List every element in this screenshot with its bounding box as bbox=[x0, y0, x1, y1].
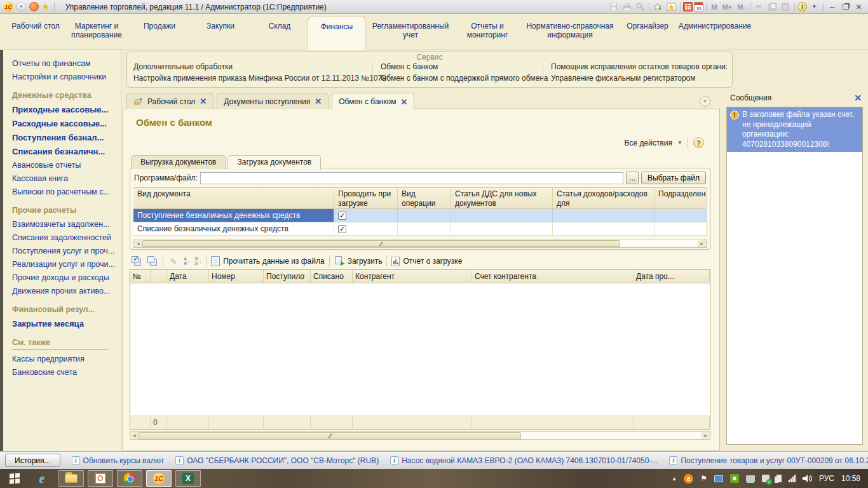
check-all-button[interactable]: ✓ bbox=[131, 255, 142, 267]
post-on-load-checkbox[interactable]: ✓ bbox=[338, 212, 346, 220]
settings-col-post-on-load[interactable]: Проводить при загрузке bbox=[334, 188, 398, 209]
minimize-button[interactable]: – bbox=[826, 1, 838, 12]
sidebar-item-month-closing[interactable]: Закрытие месяца bbox=[12, 319, 121, 329]
tray-network-icon[interactable] bbox=[789, 475, 796, 482]
sidebar-item-cash-desks[interactable]: Кассы предприятия bbox=[12, 355, 121, 363]
message-item[interactable]: ! В заголовке файла указан счет, не прин… bbox=[727, 107, 862, 152]
tray-app-icon[interactable]: a bbox=[684, 474, 693, 484]
sidebar-item-bank-statements[interactable]: Выписки по расчетным с... bbox=[12, 187, 121, 196]
sidebar-item-finance-reports[interactable]: Отчеты по финансам bbox=[12, 59, 121, 68]
status-item-product[interactable]: iНасос водяной КАМАЗ ЕВРО-2 (ОАО КАМАЗ) … bbox=[390, 456, 658, 465]
close-button[interactable]: ✕ bbox=[853, 1, 865, 12]
tab-receipt-documents[interactable]: Документы поступления ✕ bbox=[217, 93, 329, 109]
tab-close-icon[interactable]: ✕ bbox=[315, 97, 322, 105]
sidebar-item-services-receipts[interactable]: Поступления услуг и проч... bbox=[12, 247, 121, 255]
menu-tab-finance[interactable]: Финансы bbox=[308, 16, 366, 50]
tray-expand-icon[interactable]: ▲ bbox=[672, 476, 677, 482]
sidebar-item-offsets[interactable]: Взаимозачеты задолжен... bbox=[12, 220, 121, 229]
sidebar-item-noncash-in[interactable]: Поступления безнал... bbox=[12, 133, 121, 142]
docs-table-scrollbar[interactable]: ◄ ▞ ► bbox=[130, 431, 710, 440]
sidebar-item-noncash-out[interactable]: Списания безналичн... bbox=[12, 147, 121, 156]
all-actions-button[interactable]: Все действия bbox=[625, 139, 672, 147]
quick-access-button[interactable] bbox=[29, 2, 39, 11]
sidebar-item-bank-accounts[interactable]: Банковские счета bbox=[12, 368, 121, 377]
print-icon[interactable] bbox=[621, 1, 633, 12]
memory-plus-button[interactable]: M+ bbox=[721, 1, 735, 12]
calendar-icon[interactable]: 31 bbox=[694, 2, 703, 11]
status-item-receipt-doc[interactable]: iПоступление товаров и услуг 00УТ-000209… bbox=[669, 456, 868, 465]
scrollbar-thumb[interactable]: ▞ bbox=[139, 432, 521, 440]
scrollbar-thumb[interactable]: ▞ bbox=[142, 240, 620, 247]
chevron-down-icon[interactable]: ▼ bbox=[808, 1, 820, 12]
docs-col-status[interactable] bbox=[151, 270, 167, 283]
service-link-fiscal-register[interactable]: Управление фискальным регистратором bbox=[551, 74, 719, 83]
excel-icon[interactable]: X bbox=[175, 470, 201, 487]
memory-m-button[interactable]: M bbox=[709, 1, 719, 12]
outlook-icon[interactable]: O bbox=[88, 470, 113, 487]
preview-icon[interactable] bbox=[634, 1, 646, 12]
messages-close-icon[interactable]: ✕ bbox=[854, 93, 862, 102]
sidebar-item-cash-out[interactable]: Расходные кассовые... bbox=[12, 119, 121, 128]
menu-tab-desktop[interactable]: Рабочий стол bbox=[8, 14, 64, 50]
scroll-right-icon[interactable]: ► bbox=[702, 432, 710, 439]
menu-tab-organizer[interactable]: Органайзер bbox=[620, 14, 675, 50]
tab-list-button[interactable]: ▼ bbox=[700, 96, 710, 107]
save-icon[interactable] bbox=[607, 1, 620, 12]
service-link-additional-processing[interactable]: Дополнительные обработки bbox=[133, 62, 365, 71]
cut-icon[interactable]: ✂ bbox=[753, 1, 765, 12]
docs-col-written-off[interactable]: Списано bbox=[311, 270, 353, 283]
main-menu-button[interactable]: ▼ bbox=[17, 2, 26, 11]
clock[interactable]: 10:58 bbox=[841, 474, 860, 483]
start-button[interactable] bbox=[4, 469, 25, 488]
tray-power-icon[interactable] bbox=[776, 475, 782, 482]
favorites-add-icon[interactable] bbox=[665, 1, 677, 12]
subtab-load-documents[interactable]: Загрузка документов bbox=[227, 155, 321, 170]
maximize-button[interactable] bbox=[839, 1, 851, 12]
docs-col-counterparty[interactable]: Контрагент bbox=[353, 270, 472, 283]
choose-file-button[interactable]: Выбрать файл bbox=[641, 172, 706, 184]
scroll-left-icon[interactable]: ◄ bbox=[134, 240, 142, 247]
favorites-star-icon[interactable]: ★ bbox=[42, 3, 50, 11]
chevron-down-icon[interactable]: ▼ bbox=[677, 140, 682, 146]
menu-tab-administration[interactable]: Администрирование bbox=[675, 14, 755, 50]
docs-col-posting-date[interactable]: Дата про... bbox=[634, 270, 710, 283]
status-item-currency[interactable]: iОбновить курсы валют bbox=[72, 456, 165, 465]
subtab-upload-documents[interactable]: Выгрузка документов bbox=[131, 155, 226, 169]
service-link-minfin-order[interactable]: Настройка применения приказа Минфина Рос… bbox=[133, 74, 365, 83]
sidebar-item-cash-book[interactable]: Кассовая книга bbox=[12, 174, 121, 183]
help-button[interactable]: ? bbox=[693, 137, 704, 148]
paste-icon[interactable] bbox=[780, 1, 792, 12]
tab-close-icon[interactable]: ✕ bbox=[401, 98, 408, 106]
file-input[interactable] bbox=[200, 172, 623, 184]
docs-col-number[interactable]: № bbox=[130, 270, 151, 283]
post-on-load-checkbox[interactable]: ✓ bbox=[338, 225, 346, 233]
sidebar-item-debt-writeoffs[interactable]: Списания задолженностей bbox=[12, 233, 121, 242]
tray-nvidia-icon[interactable] bbox=[730, 474, 739, 483]
menu-tab-sales[interactable]: Продажи bbox=[130, 14, 189, 50]
menu-tab-purchases[interactable]: Закупки bbox=[189, 14, 252, 50]
language-indicator[interactable]: РУС bbox=[819, 474, 834, 483]
service-link-stock-correction[interactable]: Помощник исправления остатков товаров ор… bbox=[551, 62, 719, 71]
docs-col-doc-number[interactable]: Номер bbox=[209, 270, 264, 283]
messages-list[interactable]: ! В заголовке файла указан счет, не прин… bbox=[726, 107, 863, 445]
favorites-go-icon[interactable] bbox=[652, 1, 664, 12]
ellipsis-button[interactable]: ... bbox=[626, 172, 639, 184]
edit-pencil-icon[interactable]: ✎ bbox=[168, 255, 179, 267]
history-button[interactable]: История... bbox=[5, 454, 60, 467]
sidebar-item-settings[interactable]: Настройки и справочники bbox=[12, 72, 121, 81]
tab-close-icon[interactable]: ✕ bbox=[200, 97, 207, 105]
docs-col-date[interactable]: Дата bbox=[167, 270, 209, 283]
copy-icon[interactable] bbox=[766, 1, 778, 12]
read-file-button[interactable]: Прочитать данные из файла bbox=[211, 256, 325, 266]
sidebar-item-services-sales[interactable]: Реализации услуг и прочи... bbox=[12, 260, 121, 269]
menu-tab-reports[interactable]: Отчеты и мониторинг bbox=[455, 14, 520, 50]
menu-tab-warehouse[interactable]: Склад bbox=[252, 14, 308, 50]
tray-flag-icon[interactable]: ⚑ bbox=[700, 474, 707, 483]
info-button[interactable]: i bbox=[797, 2, 807, 11]
settings-col-operation-kind[interactable]: Вид операции для bbox=[398, 188, 451, 209]
settings-col-doc-type[interactable]: Вид документа bbox=[133, 188, 334, 209]
sort-descending-button[interactable]: ЯА↓ bbox=[195, 257, 202, 266]
memory-minus-button[interactable]: M- bbox=[735, 1, 747, 12]
docs-col-counterparty-account[interactable]: Счет контрагента bbox=[472, 270, 634, 283]
tab-desktop[interactable]: Рабочий стол ✕ bbox=[126, 93, 214, 109]
